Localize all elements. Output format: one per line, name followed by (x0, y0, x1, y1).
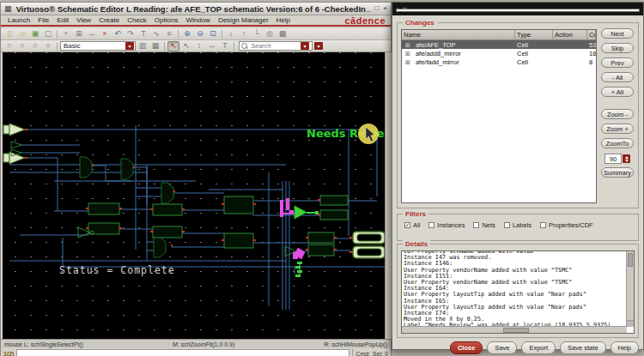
spin-down-icon[interactable] (625, 160, 629, 162)
probe-icon[interactable]: ◎ (264, 29, 276, 39)
prev-button[interactable]: Prev (601, 57, 634, 68)
col-action[interactable]: Action (553, 30, 587, 39)
details-vertical-scrollbar[interactable] (626, 251, 634, 327)
zoom-level-value[interactable]: 90 (605, 154, 622, 164)
palette-combo-arrow-icon[interactable]: ▾ (125, 42, 134, 50)
save-state-button[interactable]: Save state (560, 341, 605, 354)
conn-mode-4-icon[interactable]: ○ (42, 41, 54, 51)
hier-select-mode-icon[interactable]: ↔ (206, 41, 218, 51)
menu-options[interactable]: Options (151, 15, 182, 25)
scrollbar-down-arrow[interactable] (627, 320, 634, 327)
scrollbar-thumb[interactable] (628, 253, 633, 267)
collapse-all-button[interactable]: - All (601, 72, 634, 82)
output-pad-symbols[interactable] (349, 232, 385, 258)
details-text-area[interactable]: Cdf Property schName added with value ""… (401, 250, 635, 334)
delete-icon[interactable]: × (99, 29, 111, 39)
label-icon[interactable]: T (137, 29, 149, 39)
col-type[interactable]: Type (515, 30, 553, 39)
checkbox-nets[interactable] (473, 222, 479, 228)
ascend-icon[interactable]: ↑ (238, 29, 250, 39)
save-icon[interactable]: ▣ (29, 29, 41, 39)
zoom-out-icon[interactable]: ⊖ (194, 29, 206, 39)
changes-table[interactable]: Name Type Action Cnt ⊞afe/AFE_TOP Cell 5… (401, 29, 597, 203)
filter-instances[interactable]: Instances (428, 221, 465, 229)
copy-icon[interactable]: ⊞ (73, 29, 85, 39)
search-input[interactable] (249, 41, 298, 51)
conn-mode-3-icon[interactable]: ○ (29, 41, 41, 51)
zoom-out-button[interactable]: Zoom - (601, 109, 634, 119)
filter-properties-cdf[interactable]: Properties/CDF (540, 221, 593, 229)
spinner-arrows[interactable] (623, 154, 630, 163)
zoom-fit-icon[interactable]: ⊡ (207, 29, 219, 39)
input-pin-symbols[interactable] (3, 124, 27, 164)
checkbox-instances[interactable] (428, 222, 434, 228)
palette-combo[interactable]: Basic ▾ (60, 41, 136, 51)
table-row[interactable]: ⊞afe/add8_mirror Cell 16 (402, 49, 596, 57)
menu-file[interactable]: File (34, 15, 52, 25)
window-menu-icon[interactable]: ▦ (4, 5, 12, 13)
new-cellview-icon[interactable]: ▯ (3, 29, 15, 39)
close-button[interactable]: Close (450, 341, 483, 354)
save-as-icon[interactable]: ▢ (42, 29, 54, 39)
search-options-icon[interactable]: ▾ (314, 42, 323, 50)
skip-button[interactable]: Skip (601, 43, 634, 53)
redo-icon[interactable]: ↷ (125, 29, 137, 39)
checkbox-properties-cdf[interactable] (540, 222, 546, 228)
dialog-title-bar[interactable]: ▪ Differences × (392, 3, 643, 15)
filter-labels[interactable]: Labels (504, 221, 532, 229)
expand-icon[interactable]: ⊞ (404, 42, 412, 48)
spin-up-icon[interactable] (625, 156, 629, 159)
save-button[interactable]: Save (487, 341, 517, 354)
next-button[interactable]: Next (601, 28, 634, 39)
layer-b-icon[interactable]: ▦ (149, 41, 161, 51)
expand-all-button[interactable]: + All (601, 87, 634, 97)
menu-create[interactable]: Create (95, 15, 123, 25)
properties-icon[interactable]: ≡ (163, 29, 175, 39)
stretch-icon[interactable]: ↔ (86, 29, 98, 39)
minimize-button[interactable]: _ (367, 5, 370, 12)
lock-icon[interactable]: ▩ (276, 29, 289, 39)
menu-view[interactable]: View (73, 15, 94, 25)
conn-mode-1-icon[interactable]: ○ (3, 41, 15, 51)
zoom-in-icon[interactable]: ⊕ (181, 29, 193, 39)
table-row[interactable]: ⊞afe/AFE_TOP Cell 53 (402, 40, 596, 49)
maximize-button[interactable]: □ (374, 5, 379, 12)
summary-button[interactable]: Summary (601, 167, 634, 178)
menu-window[interactable]: Window (182, 15, 213, 25)
export-button[interactable]: Export (521, 341, 556, 354)
col-cnt[interactable]: Cnt (587, 30, 596, 39)
close-button[interactable]: × (383, 5, 387, 12)
move-icon[interactable]: + (60, 29, 72, 39)
expand-icon[interactable]: ⊞ (404, 51, 412, 57)
select-mode-icon[interactable]: ↖ (167, 41, 179, 51)
menu-check[interactable]: Check (124, 15, 150, 25)
checkbox-labels[interactable] (504, 222, 510, 228)
zoom-in-button[interactable]: Zoom + (601, 124, 634, 134)
undo-icon[interactable]: ↶ (112, 29, 124, 39)
zoom-to-button[interactable]: ZoomTo (601, 138, 634, 148)
repeat-select-mode-icon[interactable]: ↕ (193, 41, 205, 51)
menu-design-manager[interactable]: Design Manager (215, 15, 272, 25)
col-name[interactable]: Name (402, 30, 515, 39)
search-drop-icon[interactable]: ▾ (301, 42, 309, 50)
conn-mode-2-icon[interactable]: ○ (16, 41, 28, 51)
partial-select-mode-icon[interactable]: ↖ (180, 41, 192, 51)
command-input[interactable] (16, 349, 349, 356)
changes-table-header[interactable]: Name Type Action Cnt (402, 30, 596, 40)
scrollbar-thumb[interactable] (503, 328, 529, 333)
menu-edit[interactable]: Edit (53, 15, 72, 25)
expand-icon[interactable]: ⊞ (404, 59, 412, 65)
details-horizontal-scrollbar[interactable] (402, 326, 627, 333)
help-button[interactable]: Help (611, 341, 639, 354)
text-select-mode-icon[interactable]: T (219, 41, 231, 51)
table-row[interactable]: ⊞afe/fadd_mirror Cell 8 (402, 57, 596, 66)
descend-icon[interactable]: ↓ (225, 29, 237, 39)
wire-icon[interactable]: └ (251, 29, 263, 39)
filter-all[interactable]: All (404, 221, 420, 229)
layer-a-icon[interactable]: ▥ (137, 41, 149, 51)
status-complete-label[interactable]: Status = Complete (59, 264, 175, 276)
menu-launch[interactable]: Launch (4, 15, 33, 25)
arc-icon[interactable]: ∿ (150, 29, 162, 39)
menu-help[interactable]: Help (273, 15, 294, 25)
filter-nets[interactable]: Nets (473, 221, 495, 229)
